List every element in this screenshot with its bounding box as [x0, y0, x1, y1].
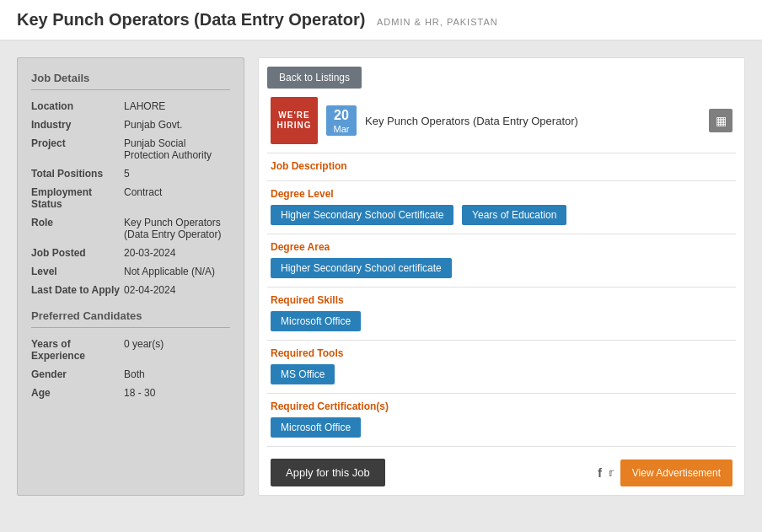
tag-higher-secondary-school-certificate: Higher Secondary School certificate — [271, 258, 452, 278]
heading-required-skills: Required Skills — [271, 294, 732, 306]
page-header: Key Punch Operators (Data Entry Operator… — [0, 0, 762, 40]
heading-degree-area: Degree Area — [271, 241, 732, 253]
value-project: Punjab Social Protection Authority — [124, 137, 230, 161]
value-job-posted: 20-03-2024 — [124, 247, 230, 259]
facebook-icon[interactable]: f — [598, 466, 602, 480]
value-employment-status: Contract — [124, 186, 230, 198]
value-last-date: 02-04-2024 — [124, 284, 230, 296]
section-job-description: Job Description — [259, 153, 744, 180]
detail-row-level: Level Not Applicable (N/A) — [31, 266, 230, 277]
section-required-skills: Required Skills Microsoft Office — [259, 287, 744, 340]
job-header: WE'REHIRING 20 Mar Key Punch Operators (… — [259, 89, 744, 153]
tag-years-of-education: Years of Education — [462, 205, 566, 225]
value-location: LAHORE — [124, 100, 230, 112]
date-month: Mar — [331, 124, 351, 134]
value-level: Not Applicable (N/A) — [124, 266, 230, 277]
section-required-certifications: Required Certification(s) Microsoft Offi… — [259, 394, 744, 446]
label-role: Role — [31, 217, 124, 228]
date-badge: 20 Mar — [326, 105, 357, 135]
label-level: Level — [31, 266, 124, 277]
detail-row-age: Age 18 - 30 — [31, 387, 230, 399]
detail-row-total-positions: Total Positions 5 — [31, 168, 230, 180]
admin-tag: ADMIN & HR, PAKISTAN — [377, 17, 498, 27]
back-to-listings-button[interactable]: Back to Listings — [267, 67, 362, 89]
detail-row-gender: Gender Both — [31, 368, 230, 380]
heading-required-certifications: Required Certification(s) — [271, 400, 732, 412]
heading-job-description: Job Description — [271, 160, 732, 172]
bookmark-icon[interactable]: ▦ — [709, 109, 732, 132]
detail-row-role: Role Key Punch Operators (Data Entry Ope… — [31, 217, 230, 240]
detail-row-project: Project Punjab Social Protection Authori… — [31, 137, 230, 161]
tag-ms-office: MS Office — [271, 364, 335, 384]
date-day: 20 — [331, 107, 351, 123]
view-advertisement-button[interactable]: View Advertisement — [620, 459, 732, 486]
label-age: Age — [31, 387, 124, 399]
label-location: Location — [31, 100, 124, 112]
detail-row-years-exp: Years of Experience 0 year(s) — [31, 338, 230, 362]
preferred-candidates-heading: Preferred Candidates — [31, 309, 230, 328]
right-panel: Back to Listings WE'REHIRING 20 Mar Key … — [258, 57, 745, 496]
detail-row-location: Location LAHORE — [31, 100, 230, 112]
job-details-heading: Job Details — [31, 72, 230, 90]
hiring-text: WE'REHIRING — [277, 110, 312, 131]
divider-footer — [267, 446, 736, 447]
section-required-tools: Required Tools MS Office — [259, 341, 744, 393]
value-age: 18 - 30 — [124, 387, 230, 399]
main-content: Job Details Location LAHORE Industry Pun… — [0, 40, 762, 513]
footer-bar: Apply for this Job f 𝕣 View Advertisemen… — [259, 450, 744, 495]
section-degree-level: Degree Level Higher Secondary School Cer… — [259, 181, 744, 234]
detail-row-industry: Industry Punjab Govt. — [31, 119, 230, 131]
label-employment-status: Employment Status — [31, 186, 124, 210]
heading-required-tools: Required Tools — [271, 347, 732, 359]
apply-button[interactable]: Apply for this Job — [271, 459, 385, 486]
job-title-header: Key Punch Operators (Data Entry Operator… — [365, 115, 700, 127]
value-industry: Punjab Govt. — [124, 119, 230, 131]
value-total-positions: 5 — [124, 168, 230, 180]
label-gender: Gender — [31, 368, 124, 380]
value-years-exp: 0 year(s) — [124, 338, 230, 350]
page-title: Key Punch Operators (Data Entry Operator… — [17, 10, 365, 29]
section-degree-area: Degree Area Higher Secondary School cert… — [259, 234, 744, 287]
social-icons: f 𝕣 View Advertisement — [598, 459, 732, 486]
heading-degree-level: Degree Level — [271, 188, 732, 200]
label-industry: Industry — [31, 119, 124, 131]
label-job-posted: Job Posted — [31, 247, 124, 259]
tag-microsoft-office-cert: Microsoft Office — [271, 417, 361, 438]
label-years-exp: Years of Experience — [31, 338, 124, 362]
detail-row-employment-status: Employment Status Contract — [31, 186, 230, 210]
twitter-icon[interactable]: 𝕣 — [609, 466, 614, 479]
detail-row-last-date: Last Date to Apply 02-04-2024 — [31, 284, 230, 296]
value-role: Key Punch Operators (Data Entry Operator… — [124, 217, 230, 240]
label-project: Project — [31, 137, 124, 149]
tag-microsoft-office-skills: Microsoft Office — [271, 311, 361, 331]
label-total-positions: Total Positions — [31, 168, 124, 180]
tag-higher-secondary-certificate: Higher Secondary School Certificate — [271, 205, 453, 225]
left-panel: Job Details Location LAHORE Industry Pun… — [17, 57, 244, 496]
detail-row-job-posted: Job Posted 20-03-2024 — [31, 247, 230, 259]
hiring-badge: WE'REHIRING — [271, 97, 318, 144]
value-gender: Both — [124, 368, 230, 380]
label-last-date: Last Date to Apply — [31, 284, 124, 296]
